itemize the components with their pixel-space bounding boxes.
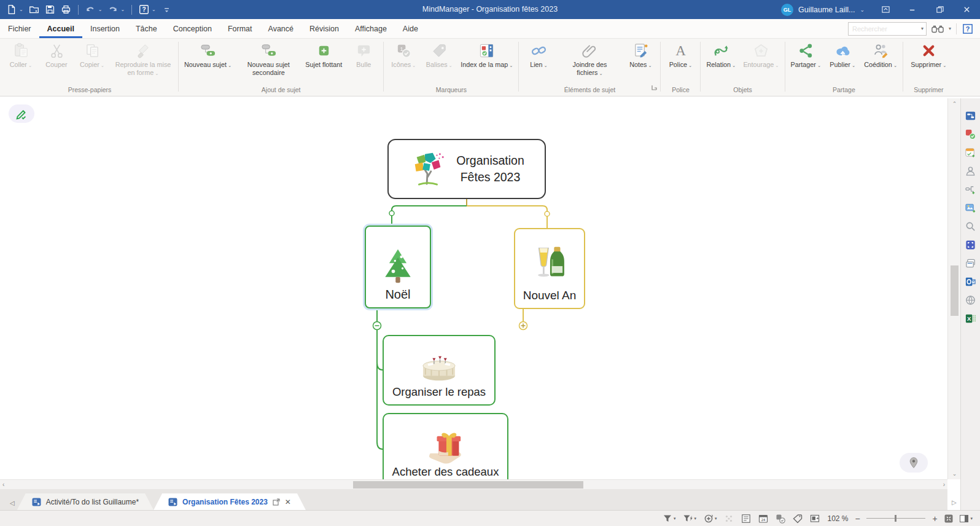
menu-tab-insertion[interactable]: Insertion — [82, 19, 128, 38]
ribbon-display-options-button[interactable] — [872, 0, 899, 19]
search-icon[interactable] — [964, 220, 978, 232]
ribbon-button-copier[interactable]: Copier⌄ — [74, 39, 110, 71]
collapse-toggle-noel[interactable] — [373, 322, 381, 330]
outline-view-button[interactable] — [741, 514, 751, 524]
open-in-window-icon[interactable] — [273, 498, 280, 506]
customize-toolbar-icon[interactable] — [161, 4, 172, 15]
search-input[interactable] — [851, 25, 921, 33]
chevron-down-icon[interactable]: ▾ — [949, 26, 951, 31]
ribbon-button-index-de-la-map[interactable]: Index de la map⌄ — [457, 39, 516, 71]
menu-tab-fichier[interactable]: Fichier — [0, 19, 39, 38]
ribbon-button-lien[interactable]: Lien⌄ — [521, 39, 556, 71]
document-tab-activite-to-do-list-guillaume[interactable]: Activité/To do list Guillaume* — [17, 493, 154, 510]
restore-button[interactable] — [926, 0, 953, 19]
menu-tab-conception[interactable]: Conception — [165, 19, 220, 38]
undo-icon[interactable] — [85, 4, 96, 15]
scroll-down-icon[interactable]: ⌄ — [948, 471, 961, 477]
menu-tab-tache[interactable]: Tâche — [128, 19, 165, 38]
menu-tab-accueil[interactable]: Accueil — [39, 19, 82, 38]
topic-parts-icon[interactable] — [964, 183, 978, 195]
ribbon-button-couper[interactable]: Couper — [39, 39, 74, 70]
chevron-down-icon[interactable]: ⌄ — [120, 7, 125, 12]
locate-map-button[interactable] — [900, 453, 928, 473]
central-topic[interactable]: Organisation Fêtes 2023 — [387, 139, 546, 199]
task-info-icon[interactable] — [964, 146, 978, 159]
redo-icon[interactable] — [107, 4, 118, 15]
subtopic-organiser-le-repas[interactable]: Organiser le repas — [383, 335, 496, 406]
windows-icon[interactable] — [964, 257, 978, 269]
ribbon-button-relation[interactable]: Relation⌄ — [702, 39, 739, 71]
close-button[interactable] — [953, 0, 980, 19]
filter-button[interactable]: ▾ — [663, 514, 676, 524]
ribbon-button-police[interactable]: APolice⌄ — [663, 39, 698, 71]
ribbon-button-joindre-des-fichiers[interactable]: Joindre des fichiers⌄ — [556, 39, 623, 79]
fit-map-button[interactable] — [944, 514, 954, 524]
scroll-up-icon[interactable]: ⌃ — [948, 101, 961, 107]
ribbon-button-nouveau-sujet-secondaire[interactable]: Nouveau sujet secondaire — [235, 39, 301, 77]
schedule-view-button[interactable]: 24 — [758, 514, 768, 524]
menu-tab-revision[interactable]: Révision — [301, 19, 347, 38]
icon-markers-icon[interactable] — [964, 128, 978, 140]
icon-view-button[interactable] — [776, 514, 785, 524]
ribbon-button-bulle[interactable]: Bulle — [346, 39, 381, 70]
ribbon-button-supprimer[interactable]: Supprimer⌄ — [907, 39, 950, 71]
web-icon[interactable] — [964, 294, 978, 306]
account-menu[interactable]: GL Guillaume Laill... ⌄ — [774, 0, 872, 19]
zoom-slider[interactable] — [866, 518, 925, 519]
new-document-icon[interactable] — [6, 4, 17, 15]
menu-tab-format[interactable]: Format — [220, 19, 260, 38]
vertical-scrollbar[interactable]: ⌃ ⌄ — [947, 98, 961, 479]
ribbon-button-entourage[interactable]: Entourage⌄ — [739, 39, 782, 71]
tag-view-button[interactable] — [793, 514, 803, 524]
edit-mode-indicator[interactable] — [9, 104, 34, 123]
expand-toggle-nouvel-an[interactable] — [519, 322, 527, 330]
power-filter-button[interactable]: ▾ — [683, 514, 696, 524]
subtopic-acheter-des-cadeaux[interactable]: Acheter des cadeaux — [383, 413, 508, 479]
ribbon-button-coller[interactable]: Coller⌄ — [3, 39, 39, 71]
scroll-left-icon[interactable]: ‹ — [0, 480, 7, 490]
menu-tab-aide[interactable]: Aide — [395, 19, 426, 38]
help-icon[interactable]: ? — [962, 24, 974, 34]
chevron-down-icon[interactable]: ⌄ — [152, 7, 156, 12]
image-library-icon[interactable] — [964, 202, 978, 214]
minimize-button[interactable] — [899, 0, 926, 19]
ribbon-button-reproduire-la-mise-en-forme[interactable]: Reproduire la mise en forme⌄ — [110, 39, 176, 79]
horizontal-scroll-thumb[interactable] — [353, 481, 583, 489]
vertical-scroll-thumb[interactable] — [951, 265, 959, 316]
search-box[interactable]: ▾ — [848, 22, 927, 36]
sidebar-collapse-icon[interactable]: ▷ — [952, 499, 957, 506]
help-icon[interactable]: ? — [139, 4, 149, 15]
ribbon-button-sujet-flottant[interactable]: Sujet flottant — [301, 39, 346, 70]
scroll-right-icon[interactable]: › — [941, 480, 947, 490]
topic-noel[interactable]: Noël — [365, 226, 431, 308]
zoom-slider-thumb[interactable] — [895, 515, 896, 522]
print-icon[interactable] — [61, 4, 71, 15]
chevron-down-icon[interactable]: ▾ — [970, 516, 973, 521]
map-view-icon[interactable] — [964, 109, 978, 122]
document-tab-organisation-fetes-2023[interactable]: Organisation Fêtes 2023✕ — [154, 493, 306, 510]
zoom-in-button[interactable]: + — [931, 514, 938, 524]
close-tab-icon[interactable]: ✕ — [285, 498, 291, 506]
snap-icon[interactable] — [964, 238, 978, 251]
dialog-launcher-icon[interactable] — [651, 82, 657, 93]
menu-tab-affichage[interactable]: Affichage — [347, 19, 395, 38]
tab-scroll-left-icon[interactable]: ◁ — [10, 500, 15, 506]
topic-nouvel-an[interactable]: Nouvel An — [514, 228, 585, 309]
ribbon-button-publier[interactable]: Publier⌄ — [825, 39, 860, 71]
ribbon-button-coedition[interactable]: Coédition⌄ — [860, 39, 901, 71]
menu-tab-avance[interactable]: Avancé — [260, 19, 301, 38]
zoom-out-button[interactable]: − — [854, 514, 861, 524]
chevron-down-icon[interactable]: ⌄ — [19, 7, 23, 12]
open-file-icon[interactable] — [29, 4, 39, 15]
map-canvas[interactable]: Organisation Fêtes 2023 Noël — [0, 98, 947, 479]
save-icon[interactable] — [45, 4, 55, 15]
ribbon-button-nouveau-sujet[interactable]: Nouveau sujet⌄ — [181, 39, 235, 71]
chevron-down-icon[interactable]: ⌄ — [98, 7, 103, 12]
resources-icon[interactable] — [964, 165, 978, 177]
outlook-icon[interactable] — [964, 275, 978, 288]
panel-layout-button[interactable]: ▾ — [959, 514, 973, 524]
excel-icon[interactable]: X — [964, 312, 978, 324]
chevron-down-icon[interactable]: ▾ — [921, 26, 924, 31]
ribbon-button-balises[interactable]: Balises⌄ — [421, 39, 457, 71]
slide-view-button[interactable] — [810, 514, 820, 524]
